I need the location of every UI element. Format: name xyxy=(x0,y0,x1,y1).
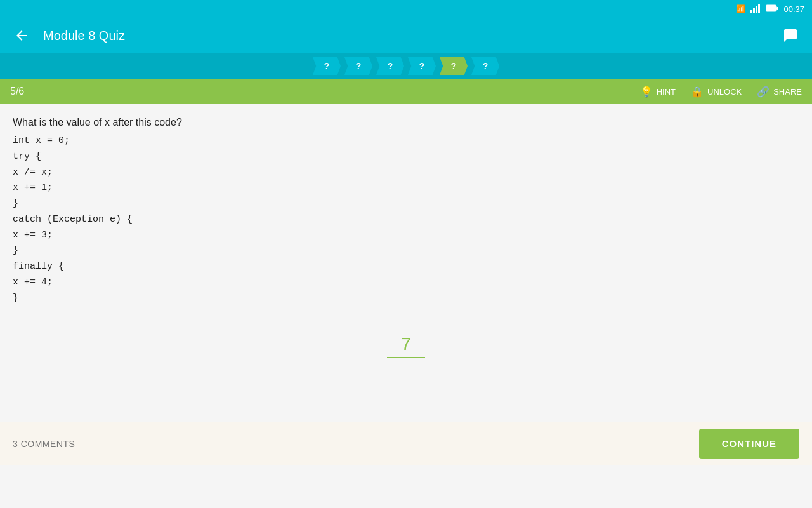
answer-value: 7 xyxy=(387,331,425,358)
svg-rect-1 xyxy=(753,8,755,13)
question-text: What is the value of x after this code? xyxy=(13,117,799,128)
status-bar: 📶 00:37 xyxy=(0,0,812,18)
code-line: x += 3; xyxy=(13,228,799,244)
unlock-label: UNLOCK xyxy=(707,87,742,97)
share-button[interactable]: 🔗 SHARE xyxy=(757,86,802,98)
answer-area: 7 xyxy=(13,331,799,358)
code-line: finally { xyxy=(13,259,799,275)
code-line: catch (Exception e) { xyxy=(13,212,799,228)
code-line: x += 1; xyxy=(13,180,799,196)
code-block: int x = 0;try { x /= x; x += 1;}catch (E… xyxy=(13,133,799,306)
code-line: try { xyxy=(13,149,799,165)
status-time: 00:37 xyxy=(783,4,804,14)
chat-button[interactable] xyxy=(779,24,802,47)
score-text: 5/6 xyxy=(10,86,625,97)
progress-item-2[interactable]: ? xyxy=(344,57,372,75)
continue-button[interactable]: CONTINUE xyxy=(699,429,799,459)
signal-icon xyxy=(750,4,761,15)
unlock-icon: 🔒 xyxy=(691,86,704,98)
code-line: } xyxy=(13,196,799,212)
hint-label: HINT xyxy=(657,87,676,97)
progress-item-1[interactable]: ? xyxy=(313,57,341,75)
progress-bar: ?????? xyxy=(0,53,812,79)
code-line: x += 4; xyxy=(13,275,799,291)
unlock-button[interactable]: 🔒 UNLOCK xyxy=(691,86,742,98)
bottom-bar: 3 COMMENTS CONTINUE xyxy=(0,422,812,465)
battery-icon xyxy=(766,4,778,14)
score-bar: 5/6 💡 HINT 🔒 UNLOCK 🔗 SHARE xyxy=(0,79,812,104)
svg-rect-0 xyxy=(750,10,752,13)
progress-item-6[interactable]: ? xyxy=(471,57,499,75)
main-content: What is the value of x after this code? … xyxy=(0,104,812,465)
comments-button[interactable]: 3 COMMENTS xyxy=(13,439,75,449)
svg-rect-3 xyxy=(758,4,760,13)
progress-item-3[interactable]: ? xyxy=(376,57,404,75)
svg-rect-4 xyxy=(766,5,776,11)
wifi-icon: 📶 xyxy=(736,4,745,13)
code-line: x /= x; xyxy=(13,165,799,181)
svg-rect-5 xyxy=(776,7,778,10)
progress-item-4[interactable]: ? xyxy=(408,57,436,75)
code-line: } xyxy=(13,243,799,259)
hint-icon: 💡 xyxy=(640,86,653,98)
code-line: } xyxy=(13,291,799,307)
progress-item-5[interactable]: ? xyxy=(440,57,468,75)
hint-button[interactable]: 💡 HINT xyxy=(640,86,676,98)
svg-rect-2 xyxy=(756,6,757,13)
app-title: Module 8 Quiz xyxy=(43,29,769,43)
share-label: SHARE xyxy=(773,87,802,97)
top-bar: Module 8 Quiz xyxy=(0,18,812,53)
code-line: int x = 0; xyxy=(13,133,799,149)
back-button[interactable] xyxy=(10,24,33,47)
share-icon: 🔗 xyxy=(757,86,769,98)
